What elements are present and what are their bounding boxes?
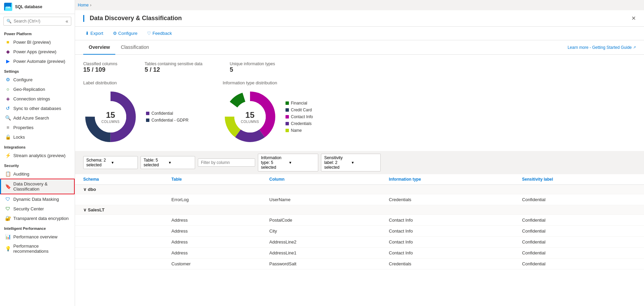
stream-icon: ⚡ xyxy=(5,153,11,158)
cell-sensitivity: Confidential xyxy=(514,215,644,226)
sidebar-item-locks[interactable]: 🔒 Locks xyxy=(0,132,75,142)
sidebar-item-sync-databases[interactable]: ↺ Sync to other databases xyxy=(0,103,75,113)
sidebar-item-power-bi[interactable]: ■ Power BI (preview) xyxy=(0,37,75,47)
sidebar-item-label: Properties xyxy=(13,125,33,130)
add-search-icon: 🔍 xyxy=(5,115,11,121)
sidebar-item-stream-analytics[interactable]: ⚡ Stream analytics (preview) xyxy=(0,151,75,160)
external-link-icon: ↗ xyxy=(633,45,636,49)
group-label-dbo: ∨ dbo xyxy=(75,185,644,194)
sidebar-item-connection-strings[interactable]: ◈ Connection strings xyxy=(0,94,75,103)
info-type-dist-title: Information type distribution xyxy=(223,80,277,85)
schema-filter[interactable]: Schema: 2 selected ▾ xyxy=(83,156,138,169)
legend-item-confidential: Confidential xyxy=(146,111,189,116)
close-button[interactable]: ✕ xyxy=(631,15,636,22)
learn-more-link[interactable]: Learn more - Getting Started Guide xyxy=(568,45,632,50)
sidebar-item-label: Sync to other databases xyxy=(13,106,61,111)
tab-overview[interactable]: Overview xyxy=(83,40,115,55)
properties-icon: ≡ xyxy=(5,125,11,130)
cell-table: Address xyxy=(163,248,261,259)
charts-row: Label distribution 15 COLUMNS xyxy=(75,77,644,151)
svg-text:DB: DB xyxy=(6,6,10,9)
configure-button[interactable]: ⚙ Configure xyxy=(111,29,140,37)
legend-item-name: Name xyxy=(286,128,313,133)
power-bi-icon: ■ xyxy=(5,39,11,45)
page-title: Data Discovery & Classification xyxy=(90,15,182,22)
legend-item-confidential-gdpr: Confidential - GDPR xyxy=(146,118,189,123)
search-box[interactable]: 🔍 « xyxy=(3,17,71,26)
sidebar-item-dynamic-masking[interactable]: 🛡 Dynamic Data Masking xyxy=(0,194,75,204)
info-type-donut-center: 15 COLUMNS xyxy=(241,110,259,124)
unique-info-label: Unique information types xyxy=(230,61,275,66)
cell-column: PostalCode xyxy=(261,215,381,226)
sidebar-item-auditing[interactable]: 📋 Auditing xyxy=(0,169,75,179)
sidebar-item-label: Configure xyxy=(13,77,32,82)
feedback-icon: ♡ xyxy=(147,31,151,36)
table-row[interactable]: Address AddressLine1 Contact Info Confid… xyxy=(75,248,644,259)
cell-info-type: Contact Info xyxy=(381,248,514,259)
sidebar-header: DB SQL database xyxy=(0,0,75,14)
audit-icon: 📋 xyxy=(5,171,11,177)
feedback-button[interactable]: ♡ Feedback xyxy=(145,29,174,37)
encrypt-icon: 🔐 xyxy=(5,215,11,221)
filters-row: Schema: 2 selected ▾ Table: 5 selected ▾… xyxy=(75,151,644,174)
cell-info-type: Contact Info xyxy=(381,226,514,237)
cell-table: Customer xyxy=(163,259,261,269)
toolbar: ⬇ Export ⚙ Configure ♡ Feedback xyxy=(75,27,644,40)
collapse-button[interactable]: « xyxy=(65,18,68,24)
sensitivity-filter-chevron: ▾ xyxy=(352,160,377,165)
perf-overview-icon: 📊 xyxy=(5,234,11,239)
classified-columns-value: 15 / 109 xyxy=(83,66,117,73)
search-input[interactable] xyxy=(14,19,63,24)
feedback-label: Feedback xyxy=(152,31,172,36)
table-row[interactable]: Address PostalCode Contact Info Confiden… xyxy=(75,215,644,226)
sidebar-item-label: Power BI (preview) xyxy=(13,40,51,45)
column-filter[interactable] xyxy=(198,158,255,167)
sidebar-item-power-apps[interactable]: ◆ Power Apps (preview) xyxy=(0,47,75,56)
table-row[interactable]: Customer PasswordSalt Credentials Confid… xyxy=(75,259,644,269)
table-row[interactable]: ErrorLog UserName Credentials Confidenti… xyxy=(75,194,644,205)
cell-info-type: Credentials xyxy=(381,259,514,269)
name-dot xyxy=(286,129,289,132)
table-filter[interactable]: Table: 5 selected ▾ xyxy=(141,156,195,169)
cell-info-type: Contact Info xyxy=(381,215,514,226)
label-dist-body: 15 COLUMNS Confidential Confidential - G… xyxy=(83,89,189,144)
label-donut-num: 15 xyxy=(101,110,120,120)
schema-filter-chevron: ▾ xyxy=(112,160,135,165)
sidebar-section-security: Security xyxy=(0,160,75,169)
sidebar-item-transparent-encrypt[interactable]: 🔐 Transparent data encryption xyxy=(0,213,75,223)
sidebar-item-security-center[interactable]: 🛡 Security Center xyxy=(0,204,75,213)
sidebar-item-performance-overview[interactable]: 📊 Performance overview xyxy=(0,232,75,241)
sidebar-item-geo-replication[interactable]: ○ Geo-Replication xyxy=(0,84,75,94)
group-row-dbo: ∨ dbo xyxy=(75,185,644,194)
label-donut: 15 COLUMNS xyxy=(83,89,138,144)
sidebar-item-configure[interactable]: ⚙ Configure xyxy=(0,75,75,84)
power-automate-icon: ▶ xyxy=(5,58,11,64)
cell-table: Address xyxy=(163,237,261,248)
sidebar-item-power-automate[interactable]: ▶ Power Automate (preview) xyxy=(0,56,75,66)
breadcrumb-home[interactable]: Home xyxy=(78,3,89,8)
group-label-saleslt: ∨ SalesLT xyxy=(75,205,644,215)
sidebar-item-perf-recommendations[interactable]: 💡 Performance recommendations xyxy=(0,241,75,256)
info-type-donut-num: 15 xyxy=(241,110,259,120)
cell-info-type: Credentials xyxy=(381,194,514,205)
info-type-dist-body: 15 COLUMNS Financial Credit Card xyxy=(223,89,313,144)
sidebar-section-intelligent-performance: Intelligent Performance xyxy=(0,223,75,232)
table-row[interactable]: Address AddressLine2 Contact Info Confid… xyxy=(75,237,644,248)
sidebar-item-label: Performance recommendations xyxy=(13,244,71,254)
table-row[interactable]: Address City Contact Info Confidential xyxy=(75,226,644,237)
export-button[interactable]: ⬇ Export xyxy=(83,29,105,37)
info-type-filter[interactable]: Information type: 5 selected ▾ xyxy=(258,154,318,171)
sidebar-item-add-search[interactable]: 🔍 Add Azure Search xyxy=(0,113,75,123)
sensitivity-filter[interactable]: Sensitivity label: 2 selected ▾ xyxy=(321,154,380,171)
tab-classification[interactable]: Classification xyxy=(115,40,154,55)
label-distribution-chart: Label distribution 15 COLUMNS xyxy=(83,80,189,144)
info-type-filter-label: Information type: 5 selected xyxy=(261,155,287,170)
sidebar-item-data-discovery[interactable]: 🔖 Data Discovery & Classification xyxy=(0,179,75,194)
column-filter-input[interactable] xyxy=(201,160,252,165)
confidential-gdpr-label: Confidential - GDPR xyxy=(151,118,189,123)
page-header: Data Discovery & Classification ✕ xyxy=(75,10,644,27)
sidebar-item-properties[interactable]: ≡ Properties xyxy=(0,123,75,132)
cell-column: UserName xyxy=(261,194,381,205)
confidential-dot xyxy=(146,112,149,115)
tables-sensitive-value: 5 / 12 xyxy=(145,66,202,73)
